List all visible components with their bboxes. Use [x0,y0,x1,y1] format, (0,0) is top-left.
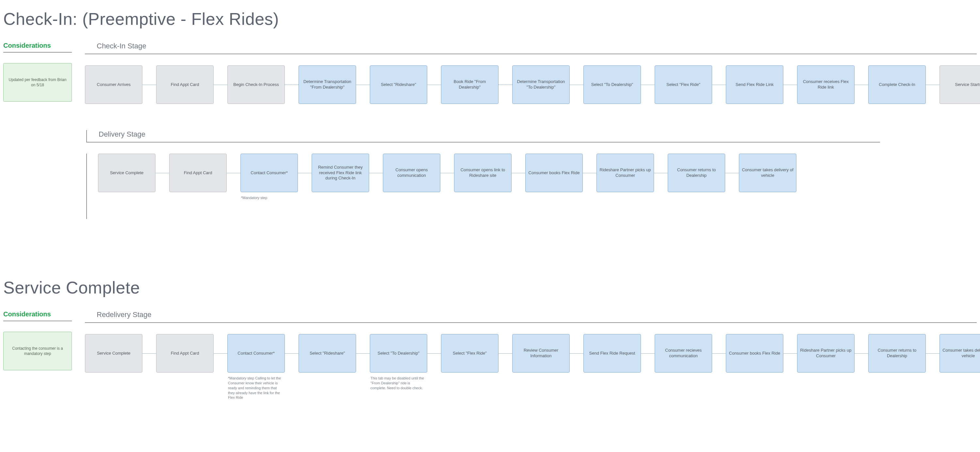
flow-node: Remind Consumer they received Flex Ride … [312,154,369,192]
checkin-stage-row: Considerations Updated per feedback from… [3,42,977,104]
flow-node-box: Consumer books Flex Ride [525,154,583,192]
lane-body-checkin: Consumer ArrivesFind Appt CardBegin Chec… [85,65,977,104]
flow-node: Service Complete [85,334,142,372]
flow-connector [926,65,940,104]
flow-node: Consumer returns to Dealership [868,334,926,372]
considerations-note: Contacting the consumer is a mandatory s… [3,332,72,370]
flow-node: Consumer recieves communication [655,334,712,372]
flow-node: Consumer receives Flex Ride link [797,65,854,104]
lane-header-checkin: Check-In Stage [85,42,977,54]
flow-connector [926,334,940,372]
flow-node-box: Service Starts [940,65,980,104]
flow-node: Begin Check-In Process [228,65,285,104]
flow-connector [854,65,868,104]
lane-body-redelivery: Service CompleteFind Appt CardContact Co… [85,334,977,400]
flow-node-box: Contact Consumer* [240,154,298,192]
flow-node-box: Select "Rideshare" [370,65,427,104]
flow-node: Contact Consumer**Mandatory step [240,154,298,201]
flow-connector [512,154,525,192]
flow-connector [142,65,156,104]
flow-node-box: Find Appt Card [156,65,214,104]
flow-connector [570,65,584,104]
flow-node-box: Consumer Arrives [85,65,142,104]
flow-node-box: Consumer receives Flex Ride link [797,65,854,104]
flow-node-box: Consumer returns to Dealership [668,154,725,192]
flow-node-box: Service Complete [98,154,156,192]
flow-node: Select "Rideshare" [370,65,427,104]
flow-connector [712,65,726,104]
flow-node: Find Appt Card [156,334,214,372]
flow-node-box: Consumer opens link to Rideshare site [454,154,512,192]
flow-connector [570,334,584,372]
redelivery-stage-row: Considerations Contacting the consumer i… [3,310,977,400]
flow-node-footnote: *Mandatory step Calling to let the Consu… [228,376,285,400]
flow-connector [583,154,597,192]
flow-connector [356,334,370,372]
flow-node-box: Consumer recieves communication [655,334,712,372]
flow-node: Book Ride "From Dealership" [441,65,498,104]
flow-connector [298,154,312,192]
considerations-col-checkin: Considerations Updated per feedback from… [3,42,72,102]
flow-connector [725,154,739,192]
flow-node-box: Book Ride "From Dealership" [441,65,498,104]
flow-node-box: Review Consumer Information [512,334,570,372]
flow-node-box: Rideshare Partner picks up Consumer [797,334,854,372]
flow-connector [854,334,868,372]
flow-connector [498,334,512,372]
flow-node: Find Appt Card [169,154,227,192]
flow-node: Consumer opens communication [383,154,440,192]
flow-node: Consumer takes delivery of vehicle [739,154,796,192]
flow-node-box: Select "To Dealership" [584,65,641,104]
flow-connector [227,154,240,192]
flow-node: Rideshare Partner picks up Consumer [797,334,854,372]
flow-node-footnote: This tab may be disabled until the "From… [370,376,427,391]
flow-node-box: Find Appt Card [169,154,227,192]
flow-node: Send Flex Ride Link [726,65,783,104]
flow-node: Consumer opens link to Rideshare site [454,154,512,192]
considerations-note: Updated per feedback from Brian on 5/18 [3,63,72,102]
flow-connector [654,154,668,192]
flow-node-box: Consumer books Flex Ride [726,334,783,372]
flow-node-box: Consumer takes delivery of vehicle [739,154,796,192]
flow-connector [214,334,228,372]
flow-connector [498,65,512,104]
flow-connector [285,334,299,372]
flow-connector [427,65,441,104]
flow-node-box: Consumer returns to Dealership [868,334,926,372]
flow-connector [712,334,726,372]
flow-node-box: Select "Rideshare" [299,334,356,372]
flow-node: Find Appt Card [156,65,214,104]
considerations-label: Considerations [3,310,72,321]
flow-node-box: Select "Flex Ride" [441,334,498,372]
flow-node: Determine Transportation "From Dealershi… [299,65,356,104]
flow-node-box: Remind Consumer they received Flex Ride … [312,154,369,192]
considerations-col-service: Considerations Contacting the consumer i… [3,310,72,370]
flow-node: Consumer books Flex Ride [525,154,583,192]
flow-node: Determine Transportation "To Dealership" [512,65,570,104]
section-title-service-complete: Service Complete [3,278,977,298]
flow-node: Select "Rideshare" [299,334,356,372]
flow-node: Consumer Arrives [85,65,142,104]
flow-node-box: Find Appt Card [156,334,214,372]
flow-node: Service Starts [940,65,980,104]
flow-connector [783,334,797,372]
flow-node-box: Begin Check-In Process [228,65,285,104]
flow-node-box: Complete Check-In [868,65,926,104]
checkin-stage-lane: Check-In Stage Consumer ArrivesFind Appt… [85,42,977,104]
lane-header-redelivery: Redelivery Stage [85,310,977,323]
flow-connector [440,154,454,192]
flow-node-box: Send Flex Ride Link [726,65,783,104]
flow-node: Service Complete [98,154,156,192]
flow-node-box: Consumer opens communication [383,154,440,192]
flow-connector [427,334,441,372]
flow-node: Send Flex Ride Request [584,334,641,372]
flow-node: Select "Flex Ride" [655,65,712,104]
delivery-stage-row: Delivery Stage Service CompleteFind Appt… [86,130,880,219]
flow-node: Review Consumer Information [512,334,570,372]
considerations-label: Considerations [3,42,72,53]
flow-connector [156,154,169,192]
flow-node: Select "To Dealership"This tab may be di… [370,334,427,391]
redelivery-stage-lane: Redelivery Stage Service CompleteFind Ap… [85,310,977,400]
flow-connector [783,65,797,104]
flow-connector [214,65,228,104]
